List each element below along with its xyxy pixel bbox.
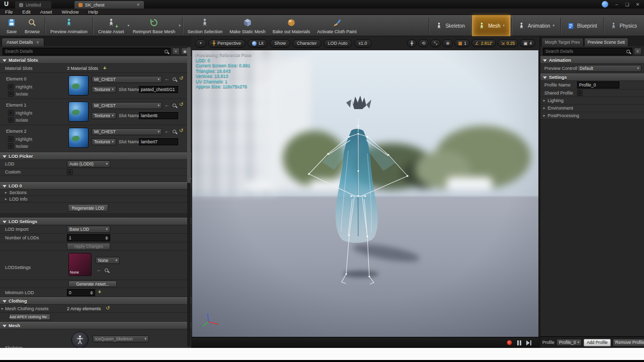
maximize-button[interactable]	[622, 1, 632, 9]
isolate-checkbox[interactable]	[8, 91, 14, 97]
reimport-dropdown-icon[interactable]	[179, 24, 181, 28]
preview-controller-select[interactable]: Default	[577, 65, 641, 72]
textures-dropdown[interactable]: Textures	[92, 138, 116, 145]
custom-checkbox[interactable]	[67, 169, 72, 175]
lodsettings-thumbnail[interactable]: None	[68, 253, 92, 276]
search-box[interactable]	[3, 48, 171, 55]
show-button[interactable]: Show	[270, 39, 290, 48]
search-input[interactable]	[5, 49, 163, 54]
highlight-checkbox-row[interactable]: Highlight	[8, 136, 32, 142]
isolate-checkbox-row[interactable]: Isolate	[8, 117, 28, 123]
sections-row[interactable]: Sections	[0, 190, 191, 196]
slot-name-input[interactable]: pasted_chestSG1	[139, 86, 178, 93]
mode-mesh-button[interactable]: Mesh	[472, 15, 510, 36]
save-button[interactable]: Save	[2, 16, 21, 36]
profile-name-input[interactable]: Profile_0	[577, 81, 619, 88]
browse-button[interactable]: Browse	[21, 16, 43, 36]
bake-out-materials-button[interactable]: Bake out Materials	[269, 16, 314, 36]
highlight-checkbox[interactable]	[8, 84, 14, 89]
translate-tool-button[interactable]	[407, 39, 417, 47]
titlebar[interactable]: U Untitled SK_chest	[0, 0, 644, 9]
isolate-checkbox[interactable]	[8, 117, 14, 123]
regenerate-lod-button[interactable]: Regenerate LOD	[68, 204, 108, 212]
slot-name-input[interactable]: lambert6	[139, 112, 178, 119]
browse-to-asset-icon[interactable]	[173, 104, 176, 107]
playback-speed-button[interactable]: x1.0	[354, 39, 372, 48]
close-window-button[interactable]	[632, 1, 643, 9]
chevron-right-icon[interactable]	[2, 307, 4, 311]
minimum-lod-input[interactable]: 0	[67, 289, 95, 296]
reset-icon[interactable]	[179, 75, 183, 81]
grid-snap-control[interactable]: 1	[454, 39, 470, 47]
pause-button[interactable]	[517, 340, 521, 345]
create-asset-button[interactable]: Create Asset	[95, 16, 128, 36]
menu-asset[interactable]: Asset	[40, 9, 52, 15]
highlight-checkbox[interactable]	[8, 136, 14, 142]
apply-changes-button[interactable]: Apply Changes	[67, 243, 110, 250]
tab-morph-target-preview[interactable]: Morph Target Prev	[541, 38, 584, 46]
textures-dropdown[interactable]: Textures	[92, 112, 116, 119]
highlight-checkbox-row[interactable]: Highlight	[8, 110, 32, 116]
material-thumbnail[interactable]	[68, 102, 89, 122]
mode-blueprint-button[interactable]: Blueprint	[562, 15, 602, 36]
browse-to-asset-icon[interactable]	[173, 130, 176, 133]
make-static-mesh-button[interactable]: Make Static Mesh	[226, 16, 269, 36]
lighting-row[interactable]: Lighting	[540, 97, 644, 105]
lodsettings-select[interactable]: None	[96, 257, 120, 264]
perspective-button[interactable]: Perspective	[208, 39, 246, 48]
window-tab-sk-chest[interactable]: SK_chest	[74, 1, 144, 9]
add-apex-clothing-button[interactable]: Add APEX clothing file...	[9, 314, 50, 320]
menu-help[interactable]: Help	[88, 9, 98, 15]
remove-profile-button[interactable]: Remove Profile	[613, 339, 644, 346]
menu-file[interactable]: File	[5, 9, 13, 15]
mesh-mode-dropdown-icon[interactable]	[503, 24, 505, 28]
section-material-slots[interactable]: Material Slots	[0, 56, 191, 64]
use-selected-icon[interactable]	[97, 267, 102, 273]
left-panel-scrollbar[interactable]	[187, 47, 191, 347]
section-lod0[interactable]: LOD 0	[0, 182, 191, 190]
lod-info-row[interactable]: LOD Info	[0, 196, 191, 203]
feedback-icon[interactable]	[602, 1, 608, 8]
slot-name-input[interactable]: lambert7	[139, 138, 178, 145]
material-select[interactable]: MI_CHEST	[92, 102, 162, 109]
number-of-lods-input[interactable]: 1	[67, 234, 110, 241]
close-tab-icon[interactable]	[136, 3, 140, 7]
profile-select[interactable]: Profile_0	[556, 339, 582, 346]
section-animation[interactable]: Animation	[540, 56, 644, 64]
textures-dropdown[interactable]: Textures	[92, 86, 116, 93]
spinner-icon[interactable]	[89, 291, 93, 295]
scale-snap-control[interactable]: 0.25	[498, 39, 519, 47]
spinner-icon[interactable]	[104, 236, 108, 240]
camera-speed-control[interactable]: 4	[520, 39, 535, 47]
window-tab-untitled[interactable]: Untitled	[15, 1, 51, 9]
environment-row[interactable]: Environment	[540, 105, 644, 112]
section-selection-button[interactable]: Section Selection	[184, 16, 226, 36]
close-tab-icon[interactable]	[36, 40, 40, 45]
use-selected-icon[interactable]	[165, 76, 170, 81]
material-thumbnail[interactable]	[68, 75, 89, 96]
browse-to-asset-icon[interactable]	[105, 268, 108, 272]
isolate-checkbox[interactable]	[8, 143, 14, 149]
section-lod-settings[interactable]: LOD Settings	[0, 218, 191, 225]
menu-edit[interactable]: Edit	[22, 9, 30, 15]
record-button[interactable]	[507, 340, 512, 345]
step-forward-button[interactable]	[526, 340, 531, 345]
isolate-checkbox-row[interactable]: Isolate	[8, 143, 28, 149]
use-selected-icon[interactable]	[165, 102, 170, 108]
section-lod-picker[interactable]: LOD Picker	[0, 152, 191, 160]
view-options-icon[interactable]	[172, 48, 180, 55]
add-material-slot-icon[interactable]	[103, 65, 106, 71]
add-icon[interactable]	[98, 289, 101, 295]
mode-physics-button[interactable]: Physics	[605, 15, 642, 36]
refresh-icon[interactable]	[106, 305, 110, 311]
section-mesh[interactable]: Mesh	[0, 322, 191, 329]
use-selected-icon[interactable]	[165, 128, 170, 134]
reset-icon[interactable]	[179, 128, 183, 133]
section-settings[interactable]: Settings	[540, 73, 644, 81]
scrollbar-thumb[interactable]	[187, 47, 191, 183]
reimport-base-mesh-button[interactable]: Reimport Base Mesh	[129, 16, 179, 36]
search-box[interactable]	[543, 48, 632, 55]
shared-profile-checkbox[interactable]	[577, 90, 583, 96]
lit-button[interactable]: Lit	[248, 39, 268, 48]
minimize-button[interactable]	[611, 1, 622, 9]
